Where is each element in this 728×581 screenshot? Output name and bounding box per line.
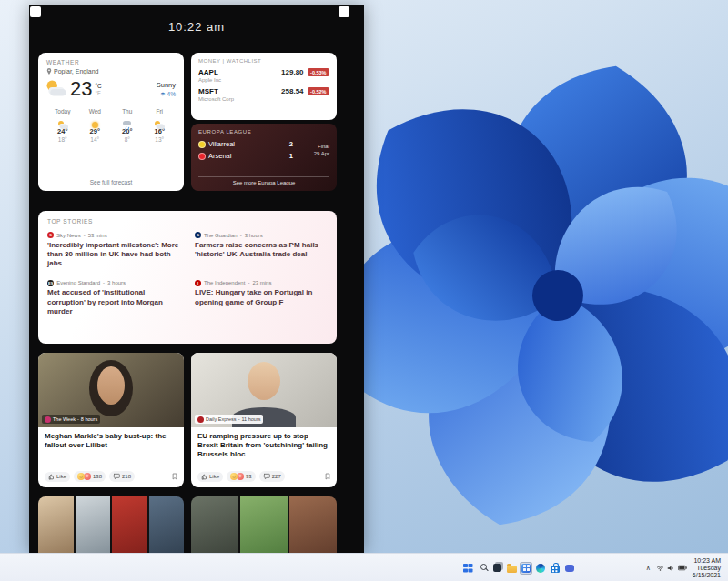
away-team-row: Arsenal 1 bbox=[198, 150, 300, 162]
see-more-europa-league-link[interactable]: See more Europa League bbox=[198, 176, 329, 185]
home-team-row: Villarreal 2 bbox=[198, 138, 300, 150]
forecast-day[interactable]: Today 24° 18° bbox=[46, 108, 79, 143]
chat-button[interactable] bbox=[563, 562, 576, 575]
bookmark-icon[interactable] bbox=[325, 473, 330, 480]
day-name: Fri bbox=[144, 108, 177, 115]
stock-row[interactable]: MSFT Microsoft Corp 258.54 -0.52% bbox=[198, 87, 329, 102]
story-item[interactable]: I The Independent - 23 mins LIVE: Hungar… bbox=[195, 280, 328, 317]
like-button[interactable]: Like bbox=[45, 472, 70, 482]
reactions-count[interactable]: ☺♥ 93 bbox=[227, 471, 256, 482]
search-icon bbox=[480, 564, 487, 570]
money-widget-title: MONEY | WATCHLIST bbox=[198, 58, 329, 64]
stock-row[interactable]: AAPL Apple Inc 129.80 -0.53% bbox=[198, 68, 329, 83]
story-item[interactable]: S Sky News - 53 mins 'Incredibly importa… bbox=[47, 232, 180, 269]
story-item[interactable]: G The Guardian - 3 hours Farmers raise c… bbox=[195, 232, 328, 269]
comments-count[interactable]: 218 bbox=[109, 471, 135, 482]
panel-marker-right bbox=[339, 6, 349, 17]
system-tray: ∧ 10:23 AM Tuesday 6/15/2021 bbox=[646, 554, 721, 581]
source-favicon-icon bbox=[45, 416, 51, 423]
smiley-reaction-icon: ☺ bbox=[230, 473, 238, 480]
edge-button[interactable] bbox=[534, 562, 547, 575]
stock-price: 258.54 bbox=[281, 87, 303, 95]
start-button[interactable] bbox=[461, 562, 474, 575]
article-body: EU ramping pressure up to stop Brexit Br… bbox=[191, 427, 337, 487]
article-time: 8 hours bbox=[81, 416, 97, 422]
story-source: Evening Standard bbox=[56, 280, 100, 285]
battery-icon bbox=[678, 565, 687, 571]
news-card-partial[interactable] bbox=[191, 496, 337, 553]
task-view-button[interactable] bbox=[490, 562, 503, 575]
sports-widget[interactable]: EUROPA LEAGUE Villarreal 2 Ar bbox=[191, 124, 337, 191]
article-image[interactable]: The Week - 8 hours bbox=[38, 353, 184, 427]
search-button[interactable] bbox=[476, 562, 489, 575]
reaction-count-value: 93 bbox=[246, 474, 252, 479]
thumbs-up-icon bbox=[48, 474, 55, 480]
store-bag-icon bbox=[551, 566, 560, 573]
precipitation-value: 4% bbox=[167, 91, 176, 97]
widgets-icon bbox=[521, 564, 531, 573]
money-widget[interactable]: MONEY | WATCHLIST AAPL Apple Inc 129.80 … bbox=[191, 53, 337, 120]
forecast-row: Today 24° 18° Wed 29° 14° Thu bbox=[46, 108, 176, 143]
thumbnail-image bbox=[149, 496, 185, 553]
story-meta: S Sky News - 53 mins bbox=[47, 232, 180, 238]
news-cards-row: The Week - 8 hours Meghan Markle's baby … bbox=[38, 353, 337, 487]
news-card[interactable]: The Week - 8 hours Meghan Markle's baby … bbox=[38, 353, 184, 487]
widgets-row-1: WEATHER Poplar, England 23 °C °F Sun bbox=[38, 53, 337, 191]
taskbar-clock[interactable]: 10:23 AM Tuesday 6/15/2021 bbox=[693, 557, 721, 579]
tray-status-icons[interactable] bbox=[656, 565, 687, 572]
location-pin-icon bbox=[46, 68, 52, 75]
source-favicon-icon: I bbox=[195, 280, 201, 286]
match-score[interactable]: Villarreal 2 Arsenal 1 Final bbox=[198, 138, 329, 162]
thumbnail-image bbox=[191, 496, 238, 553]
thumbnail-image bbox=[240, 496, 288, 553]
unit-toggle[interactable]: °C °F bbox=[95, 84, 101, 95]
day-weather-icon bbox=[154, 121, 165, 130]
volume-icon bbox=[667, 565, 675, 572]
store-button[interactable] bbox=[549, 562, 561, 575]
source-favicon-icon: S bbox=[47, 232, 54, 238]
story-source: Sky News bbox=[56, 233, 81, 238]
away-team-name: Arsenal bbox=[208, 152, 287, 160]
article-headline[interactable]: EU ramping pressure up to stop Brexit Br… bbox=[197, 432, 330, 460]
story-item[interactable]: ES Evening Standard - 3 hours Met accuse… bbox=[47, 280, 180, 317]
weather-condition-block: Sunny ☂ 4% bbox=[157, 81, 176, 98]
forecast-day[interactable]: Thu 20° 8° bbox=[111, 108, 144, 143]
news-card-partial[interactable] bbox=[38, 496, 184, 553]
story-meta: ES Evening Standard - 3 hours bbox=[47, 280, 180, 286]
desktop: 10:22 am WEATHER Poplar, England 23 °C bbox=[0, 0, 728, 581]
comments-count[interactable]: 227 bbox=[259, 471, 285, 482]
day-weather-icon bbox=[122, 121, 133, 130]
unit-celsius[interactable]: °C bbox=[95, 84, 101, 89]
article-headline[interactable]: Meghan Markle's baby bust-up: the fallou… bbox=[45, 432, 177, 450]
stock-company: Apple Inc bbox=[198, 77, 281, 83]
bookmark-icon[interactable] bbox=[172, 473, 177, 480]
unit-fahrenheit[interactable]: °F bbox=[95, 90, 101, 95]
reactions-count[interactable]: ☺♥ 138 bbox=[74, 471, 106, 482]
meta-separator: - bbox=[238, 416, 240, 422]
stock-price: 129.80 bbox=[281, 68, 303, 76]
weather-widget[interactable]: WEATHER Poplar, England 23 °C °F Sun bbox=[38, 53, 184, 191]
news-card[interactable]: Daily Express - 11 hours EU ramping pres… bbox=[191, 353, 337, 487]
story-headline[interactable]: LIVE: Hungary take on Portugal in openin… bbox=[195, 288, 328, 307]
article-image[interactable]: Daily Express - 11 hours bbox=[191, 353, 337, 427]
source-badge: Daily Express - 11 hours bbox=[195, 415, 263, 424]
current-temperature: 23 bbox=[70, 79, 92, 99]
file-explorer-button[interactable] bbox=[505, 562, 518, 575]
forecast-day[interactable]: Wed 29° 14° bbox=[79, 108, 112, 143]
see-full-forecast-link[interactable]: See full forecast bbox=[46, 175, 176, 185]
story-headline[interactable]: Met accused of 'institutional corruption… bbox=[47, 288, 180, 316]
day-low: 14° bbox=[79, 136, 112, 143]
forecast-day[interactable]: Fri 16° 13° bbox=[144, 108, 177, 143]
article-body: Meghan Markle's baby bust-up: the fallou… bbox=[38, 427, 184, 487]
away-team-crest-icon bbox=[198, 153, 206, 160]
story-headline[interactable]: Farmers raise concerns as PM hails 'hist… bbox=[195, 241, 328, 260]
story-headline[interactable]: 'Incredibly important milestone': More t… bbox=[47, 241, 180, 269]
like-button[interactable]: Like bbox=[197, 472, 223, 482]
reactions-bar: Like ☺♥ 93 227 bbox=[197, 471, 330, 482]
tray-overflow-button[interactable]: ∧ bbox=[646, 565, 651, 571]
comment-icon bbox=[113, 473, 120, 480]
chat-bubble-icon bbox=[565, 565, 574, 572]
top-stories-widget[interactable]: TOP STORIES S Sky News - 53 mins 'Incred… bbox=[38, 211, 337, 344]
comment-icon bbox=[263, 473, 270, 480]
widgets-button[interactable] bbox=[520, 562, 532, 575]
